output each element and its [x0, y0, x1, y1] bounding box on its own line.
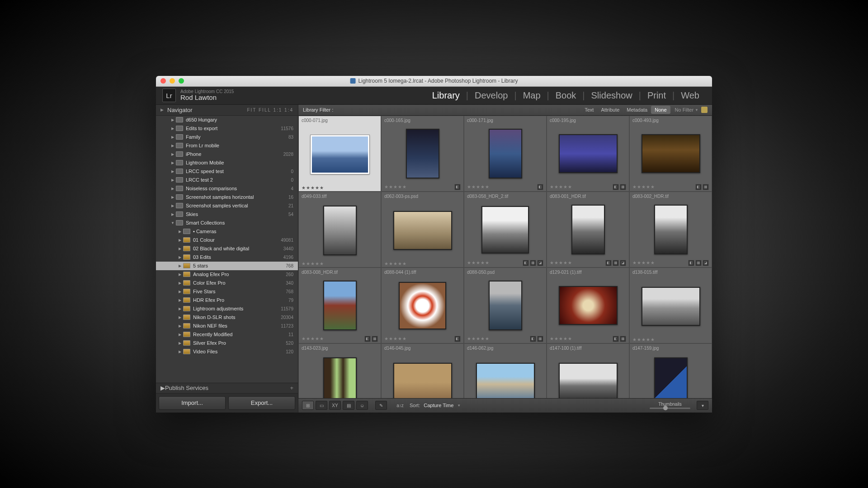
badge-icon[interactable]: ▦: [703, 184, 709, 190]
thumbnail-cell[interactable]: c000-493.jpg★★★★★◧▦: [629, 116, 712, 192]
thumbnail-rating[interactable]: ★★★★★◧▦: [550, 184, 626, 190]
badge-icon[interactable]: ◧: [454, 184, 461, 190]
thumbnail-image[interactable]: [323, 206, 357, 255]
chevron-down-icon[interactable]: ▼: [457, 404, 461, 408]
filter-lock-icon[interactable]: [701, 107, 708, 113]
disclosure-triangle-icon[interactable]: ▶: [177, 315, 183, 319]
module-map[interactable]: Map: [517, 90, 547, 101]
badge-icon[interactable]: ◪: [703, 260, 709, 266]
badge-icon[interactable]: ◪: [537, 260, 543, 266]
thumbnail-cell[interactable]: d147-159.jpg★★★★★: [629, 343, 712, 398]
sort-direction-button[interactable]: a↕z: [394, 401, 406, 410]
view-mode-survey-button[interactable]: ▤: [343, 401, 354, 410]
zoom-window-button[interactable]: [179, 78, 184, 84]
badge-icon[interactable]: ◧: [364, 336, 371, 342]
collection-row[interactable]: ▶Lightroom Mobile: [156, 159, 298, 167]
badge-icon[interactable]: ▦: [613, 260, 619, 266]
collection-row[interactable]: ▶Recently Modified11: [156, 330, 298, 339]
collection-row[interactable]: ▶Nikon NEF files11723: [156, 322, 298, 330]
publish-services-header[interactable]: ▶ Publish Services +: [156, 383, 298, 394]
thumbnail-cell[interactable]: c000-171.jpg★★★★★◧: [464, 116, 547, 192]
thumbnail-grid[interactable]: c000-071.jpg★★★★★c000-165.jpg★★★★★◧c000-…: [298, 116, 712, 398]
disclosure-triangle-icon[interactable]: ▶: [177, 272, 183, 277]
thumbnail-image[interactable]: [323, 281, 357, 330]
disclosure-triangle-icon[interactable]: ▶: [177, 238, 183, 242]
thumbnail-cell[interactable]: d062-003-ps.psd★★★★★: [381, 192, 464, 267]
thumbnail-cell[interactable]: d129-021 (1).tiff★★★★★◧▦: [547, 267, 629, 343]
disclosure-triangle-icon[interactable]: ▶: [177, 298, 183, 302]
collection-row[interactable]: ▶Screenshot samples horizontal16: [156, 193, 298, 202]
minimize-window-button[interactable]: [170, 78, 175, 84]
disclosure-triangle-icon[interactable]: ▶: [170, 178, 176, 182]
thumbnail-cell[interactable]: c000-165.jpg★★★★★◧: [381, 116, 464, 192]
badge-icon[interactable]: ◧: [613, 184, 619, 190]
toolbar-menu-button[interactable]: ▾: [697, 401, 708, 410]
thumbnail-image[interactable]: [406, 129, 439, 178]
collection-row[interactable]: ▶Skies54: [156, 210, 298, 219]
close-window-button[interactable]: [160, 78, 166, 84]
disclosure-triangle-icon[interactable]: ▶: [177, 247, 183, 251]
collection-row[interactable]: ▶Five Stars768: [156, 287, 298, 296]
sort-menu[interactable]: Capture Time: [424, 403, 453, 408]
thumbnail-size-slider[interactable]: [650, 408, 690, 409]
disclosure-triangle-icon[interactable]: ▶: [177, 290, 183, 294]
badge-icon[interactable]: ◧: [613, 336, 619, 342]
collection-row[interactable]: ▶01 Colour49081: [156, 236, 298, 244]
badge-icon[interactable]: ▦: [537, 336, 543, 342]
thumbnail-cell[interactable]: d138-015.tiff★★★★★: [629, 267, 712, 343]
disclosure-triangle-icon[interactable]: ▶: [170, 135, 176, 139]
thumbnail-rating[interactable]: ★★★★★◧▦: [550, 336, 626, 342]
view-mode-people-button[interactable]: ☺: [356, 401, 368, 410]
disclosure-triangle-icon[interactable]: ▶: [170, 118, 176, 122]
badge-icon[interactable]: ◧: [688, 260, 694, 266]
module-print[interactable]: Print: [641, 90, 672, 101]
thumbnail-cell[interactable]: d146-062.jpg★★★★★: [464, 343, 547, 398]
disclosure-triangle-icon[interactable]: ▶: [177, 281, 183, 285]
disclosure-triangle-icon[interactable]: ▶: [170, 212, 176, 216]
disclosure-triangle-icon[interactable]: ▼: [170, 221, 176, 225]
view-mode-compare-button[interactable]: XY: [329, 401, 341, 410]
export-button[interactable]: Export...: [228, 396, 295, 410]
badge-icon[interactable]: ◧: [537, 184, 543, 190]
thumbnail-image[interactable]: [311, 135, 369, 174]
thumbnail-rating[interactable]: ★★★★★◧▦◪: [467, 260, 543, 266]
thumbnail-rating[interactable]: ★★★★★◧: [467, 184, 543, 190]
thumbnail-image[interactable]: [559, 363, 618, 398]
module-web[interactable]: Web: [675, 90, 706, 101]
collection-row[interactable]: ▶LRCC test 20: [156, 176, 298, 184]
collection-row[interactable]: ▶5 stars768: [156, 262, 298, 270]
thumbnail-cell[interactable]: d049-033.tiff★★★★★: [298, 192, 381, 267]
add-publish-service-button[interactable]: +: [290, 385, 293, 391]
disclosure-triangle-icon[interactable]: ▶: [170, 152, 176, 156]
thumbnail-rating[interactable]: ★★★★★◧▦: [302, 336, 378, 342]
disclosure-triangle-icon[interactable]: ▶: [170, 169, 176, 174]
thumbnail-cell[interactable]: d083-008_HDR.tif★★★★★◧▦: [298, 267, 381, 343]
collection-row[interactable]: ▶Nikon D-SLR shots20304: [156, 313, 298, 322]
module-library[interactable]: Library: [426, 90, 466, 101]
thumbnail-cell[interactable]: d143-023.jpg★★★★★: [298, 343, 381, 398]
filter-text[interactable]: Text: [581, 106, 597, 114]
collection-row[interactable]: ▶d650 Hungary: [156, 116, 298, 124]
thumbnail-rating[interactable]: ★★★★★◧▦: [632, 184, 709, 190]
collection-row[interactable]: ▶LRCC speed test0: [156, 167, 298, 176]
badge-icon[interactable]: ◪: [620, 260, 626, 266]
module-book[interactable]: Book: [549, 90, 583, 101]
collection-row[interactable]: ▶Lightroom adjustments11579: [156, 305, 298, 313]
thumbnail-cell[interactable]: c000-071.jpg★★★★★: [298, 116, 381, 192]
disclosure-triangle-icon[interactable]: ▶: [177, 264, 183, 268]
thumbnail-image[interactable]: [642, 134, 700, 173]
collection-row[interactable]: ▶Family83: [156, 133, 298, 141]
filter-preset[interactable]: No Filter: [675, 107, 694, 113]
filter-none[interactable]: None: [651, 106, 670, 114]
disclosure-triangle-icon[interactable]: ▶: [177, 341, 183, 345]
thumbnail-rating[interactable]: ★★★★★: [632, 337, 709, 342]
badge-icon[interactable]: ◧: [605, 260, 612, 266]
thumbnail-rating[interactable]: ★★★★★◧▦◪: [632, 260, 709, 266]
collection-row[interactable]: ▶Noiseless comparisons4: [156, 184, 298, 193]
thumbnail-image[interactable]: [489, 129, 522, 178]
collection-row[interactable]: ▶Silver Efex Pro520: [156, 339, 298, 347]
disclosure-triangle-icon[interactable]: ▶: [177, 333, 183, 337]
import-button[interactable]: Import...: [159, 396, 226, 410]
collection-row[interactable]: ▶HDR Efex Pro79: [156, 296, 298, 305]
disclosure-triangle-icon[interactable]: ▶: [170, 127, 176, 131]
